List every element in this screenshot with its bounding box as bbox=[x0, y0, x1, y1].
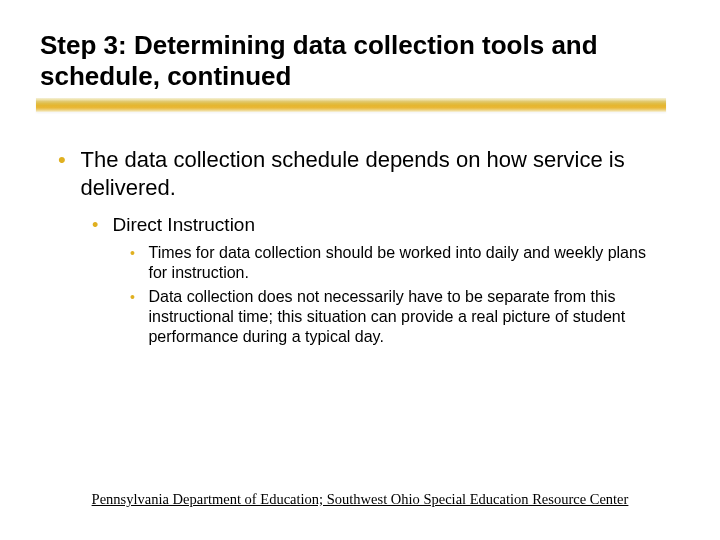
bullet-text: The data collection schedule depends on … bbox=[80, 146, 660, 201]
bullet-icon: • bbox=[130, 243, 144, 263]
bullet-icon: • bbox=[92, 213, 108, 237]
bullet-text: Data collection does not necessarily hav… bbox=[148, 287, 658, 347]
footer-citation: Pennsylvania Department of Education; So… bbox=[0, 491, 720, 508]
slide-title: Step 3: Determining data collection tool… bbox=[40, 30, 680, 92]
bullet-text: Direct Instruction bbox=[112, 213, 652, 237]
slide: Step 3: Determining data collection tool… bbox=[0, 0, 720, 540]
bullet-icon: • bbox=[130, 287, 144, 307]
bullet-level3: • Times for data collection should be wo… bbox=[130, 243, 680, 283]
bullet-level3: • Data collection does not necessarily h… bbox=[130, 287, 680, 347]
bullet-icon: • bbox=[58, 146, 76, 174]
bullet-level2: • Direct Instruction bbox=[92, 213, 680, 237]
bullet-text: Times for data collection should be work… bbox=[148, 243, 658, 283]
title-underline bbox=[36, 98, 666, 112]
bullet-level1: • The data collection schedule depends o… bbox=[58, 146, 680, 201]
